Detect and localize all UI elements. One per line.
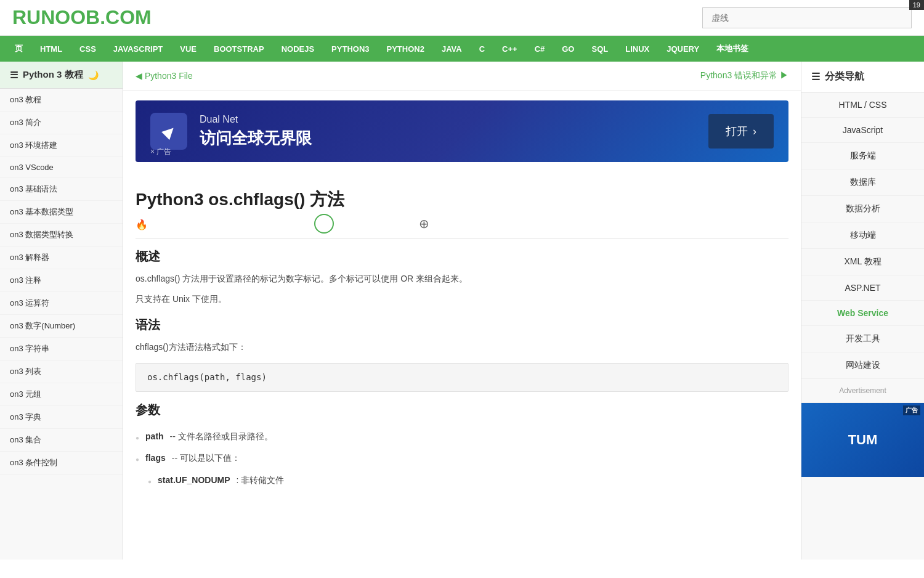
nav-css[interactable]: CSS [71,37,105,61]
param-item-path: path -- 文件名路径或目录路径。 [136,426,788,448]
center-content: Python3 File Python3 错误和异常 Dual Net 访问全球… [123,62,801,560]
ad-open-button[interactable]: 打开 › [708,114,774,149]
param-desc-path: -- 文件名路径或目录路径。 [170,429,273,444]
list-nav-icon: ☰ [811,71,820,83]
chevron-right-icon: › [753,125,756,138]
moon-icon: 🌙 [88,70,99,80]
code-block: os.chflags(path, flags) [136,363,788,392]
param-desc-nodump: : 非转储文件 [237,473,285,488]
right-item-server[interactable]: 服务端 [801,143,924,169]
nav-nodejs[interactable]: NODEJS [273,37,323,61]
sidebar-title: ☰ Python 3 教程 🌙 [0,62,123,89]
nav-python3[interactable]: PYTHON3 [323,37,378,61]
nav-linux[interactable]: LINUX [617,37,658,61]
ad-slogan: 访问全球无界限 [200,128,312,149]
param-item-nodump: stat.UF_NODUMP : 非转储文件 [136,470,788,492]
list-icon: ☰ [10,70,18,81]
fire-icon: 🔥 [136,219,148,230]
sidebar-item-comments[interactable]: on3 注释 [0,269,123,292]
right-item-xml[interactable]: XML 教程 [801,249,924,275]
sidebar-item-vscode[interactable]: on3 VScode [0,157,123,178]
sidebar-item-syntax[interactable]: on3 基础语法 [0,178,123,201]
sidebar-item-conditions[interactable]: on3 条件控制 [0,452,123,474]
right-ad-close-icon[interactable]: 广告 [903,405,920,415]
site-logo[interactable]: RUNOOB.COM [12,6,152,29]
right-item-mobile[interactable]: 移动端 [801,222,924,249]
page-content: Python3 os.chflags() 方法 🔥 ⊕ 概述 os.chflag… [123,172,801,504]
right-ad-text: TUM [848,432,878,448]
breadcrumb-nav: Python3 File Python3 错误和异常 [123,62,801,91]
nav-bar: 页 HTML CSS JAVASCRIPT VUE BOOTSTRAP NODE… [0,36,924,62]
ad-logo [150,113,187,150]
overview-text1: os.chflags() 方法用于设置路径的标记为数字标记。多个标记可以使用 O… [136,271,788,287]
nav-vue[interactable]: VUE [171,37,205,61]
sidebar-item-tutorial[interactable]: on3 教程 [0,89,123,112]
sidebar-item-sets[interactable]: on3 集合 [0,429,123,452]
sidebar-item-interpreter[interactable]: on3 解释器 [0,246,123,269]
sidebar-item-intro[interactable]: on3 简介 [0,112,123,134]
ad-text: Dual Net 访问全球无界限 [200,114,312,149]
nav-bootstrap[interactable]: BOOTSTRAP [205,37,273,61]
right-item-javascript[interactable]: JavaScript [801,118,924,143]
right-item-webdesign[interactable]: 网站建设 [801,352,924,379]
sidebar-item-strings[interactable]: on3 字符串 [0,338,123,360]
ad-banner: Dual Net 访问全球无界限 打开 › × 广告 [136,100,788,162]
cursor-indicator [314,214,334,234]
param-name-flags: flags [145,451,166,466]
nav-sql[interactable]: SQL [583,37,617,61]
nav-c[interactable]: C [471,37,493,61]
sidebar-item-numbers[interactable]: on3 数字(Number) [0,315,123,338]
left-sidebar: ☰ Python 3 教程 🌙 on3 教程 on3 简介 on3 环境搭建 o… [0,62,123,560]
ad-close-button[interactable]: × 广告 [150,147,171,157]
sidebar-item-datatypes[interactable]: on3 基本数据类型 [0,201,123,224]
nav-bookmark[interactable]: 本地书签 [708,36,757,62]
nav-python2[interactable]: PYTHON2 [378,37,433,61]
nav-home[interactable]: 页 [6,36,31,62]
logo-prefix: RUNOOB [12,6,100,28]
search-input[interactable] [702,7,912,28]
sidebar-title-text: Python 3 教程 [23,69,83,81]
badge: 19 [909,0,924,10]
nav-java[interactable]: JAVA [433,37,471,61]
right-ad-banner: TUM 广告 [801,403,924,477]
param-list: path -- 文件名路径或目录路径。 flags -- 可以是以下值： sta… [136,426,788,492]
ad-logo-icon [156,119,181,144]
ad-placeholder-label: Advertisement [801,379,924,403]
sidebar-item-dict[interactable]: on3 字典 [0,406,123,429]
sidebar-item-operators[interactable]: on3 运算符 [0,292,123,315]
nav-go[interactable]: GO [553,37,583,61]
right-item-webservice[interactable]: Web Service [801,301,924,326]
sidebar-item-tuples[interactable]: on3 元组 [0,383,123,406]
syntax-title: 语法 [136,317,788,333]
code-content: os.chflags(path, flags) [147,372,267,382]
nav-javascript[interactable]: JAVASCRIPT [105,37,171,61]
next-link[interactable]: Python3 错误和异常 [700,70,788,81]
right-item-database[interactable]: 数据库 [801,169,924,196]
prev-link[interactable]: Python3 File [136,71,193,81]
nav-cpp[interactable]: C++ [493,37,526,61]
param-desc-flags: -- 可以是以下值： [172,451,240,466]
right-item-dataanalysis[interactable]: 数据分析 [801,196,924,222]
sidebar-item-env[interactable]: on3 环境搭建 [0,134,123,157]
ad-brand: Dual Net [200,114,312,125]
main-layout: ☰ Python 3 教程 🌙 on3 教程 on3 简介 on3 环境搭建 o… [0,62,924,560]
nav-html[interactable]: HTML [31,37,71,61]
overview-title: 概述 [136,248,788,265]
sidebar-item-typeconv[interactable]: on3 数据类型转换 [0,224,123,246]
right-sidebar-title: ☰ 分类导航 [801,62,924,92]
nav-jquery[interactable]: JQUERY [658,37,708,61]
right-item-htmlcss[interactable]: HTML / CSS [801,92,924,118]
sidebar-item-lists[interactable]: on3 列表 [0,360,123,383]
section-divider [136,238,788,238]
right-sidebar: ☰ 分类导航 HTML / CSS JavaScript 服务端 数据库 数据分… [801,62,924,560]
page-breadcrumb: 🔥 ⊕ [136,219,788,230]
page-title: Python3 os.chflags() 方法 [136,188,788,211]
top-bar: RUNOOB.COM 19 [0,0,924,36]
nav-csharp[interactable]: C# [526,37,554,61]
param-name-nodump: stat.UF_NODUMP [158,473,230,488]
right-item-aspnet[interactable]: ASP.NET [801,275,924,301]
logo-suffix: .COM [100,6,152,28]
syntax-desc: chflags()方法语法格式如下： [136,340,788,355]
param-item-flags: flags -- 可以是以下值： [136,447,788,470]
right-item-devtools[interactable]: 开发工具 [801,326,924,352]
